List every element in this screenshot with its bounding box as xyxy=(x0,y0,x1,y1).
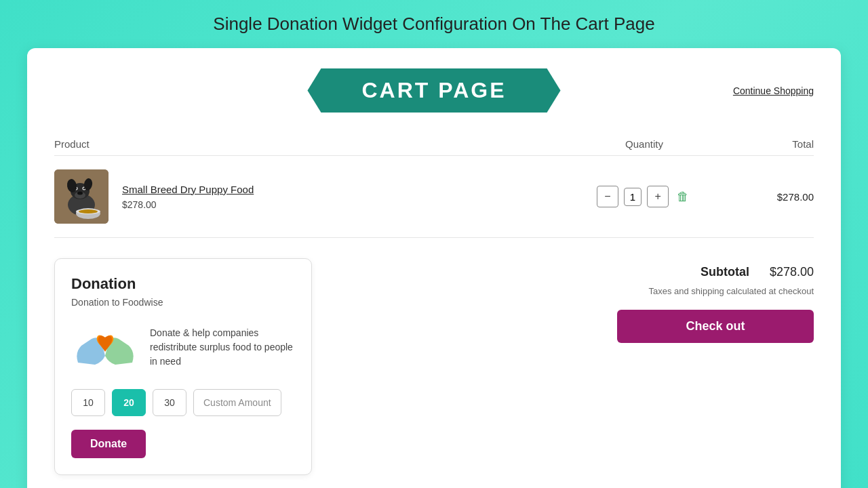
svg-point-13 xyxy=(79,209,98,214)
page-title: Single Donation Widget Configuration On … xyxy=(213,14,654,35)
col-quantity-header: Quantity xyxy=(576,138,712,150)
donation-content: Donate & help companies redistribute sur… xyxy=(71,319,295,375)
subtotal-label: Subtotal xyxy=(701,265,749,279)
table-headers: Product Quantity Total xyxy=(54,133,814,156)
donation-icon xyxy=(71,319,139,375)
continue-shopping-button[interactable]: Continue Shopping xyxy=(733,85,814,96)
product-details: Small Breed Dry Puppy Food $278.00 xyxy=(122,184,254,210)
quantity-decrease-button[interactable]: − xyxy=(597,186,618,207)
checkout-button[interactable]: Check out xyxy=(617,310,814,343)
product-row: Small Breed Dry Puppy Food $278.00 − 1 +… xyxy=(54,156,814,238)
amount-30-button[interactable]: 30 xyxy=(153,389,186,416)
amount-20-button[interactable]: 20 xyxy=(112,389,146,416)
cart-banner: CART PAGE xyxy=(307,68,560,113)
amount-10-button[interactable]: 10 xyxy=(71,389,105,416)
donate-button[interactable]: Donate xyxy=(71,430,146,458)
subtotal-section: Subtotal $278.00 Taxes and shipping calc… xyxy=(339,258,814,475)
quantity-value: 1 xyxy=(624,188,642,206)
product-info: Small Breed Dry Puppy Food $278.00 xyxy=(54,169,576,224)
quantity-control: − 1 + 🗑 xyxy=(576,186,712,207)
quantity-increase-button[interactable]: + xyxy=(647,186,669,207)
delete-product-button[interactable]: 🗑 xyxy=(674,187,692,207)
subtotal-row: Subtotal $278.00 xyxy=(339,265,814,279)
svg-point-4 xyxy=(77,192,83,195)
donation-widget: Donation Donation to Foodwise Donate & xyxy=(54,258,312,475)
tax-note: Taxes and shipping calculated at checkou… xyxy=(648,286,814,296)
col-total-header: Total xyxy=(712,138,814,150)
col-product-header: Product xyxy=(54,138,576,150)
donation-subtitle: Donation to Foodwise xyxy=(71,297,295,308)
donation-title: Donation xyxy=(71,275,295,293)
custom-amount-button[interactable]: Custom Amount xyxy=(193,389,281,416)
product-price: $278.00 xyxy=(122,199,254,210)
subtotal-value: $278.00 xyxy=(770,265,814,279)
main-container: CART PAGE Continue Shopping Product Quan… xyxy=(27,48,841,488)
bottom-section: Donation Donation to Foodwise Donate & xyxy=(54,258,814,475)
product-name[interactable]: Small Breed Dry Puppy Food xyxy=(122,184,254,195)
donation-amounts: 10 20 30 Custom Amount xyxy=(71,389,295,416)
product-total: $278.00 xyxy=(712,191,814,203)
donation-description: Donate & help companies redistribute sur… xyxy=(150,326,295,369)
product-image xyxy=(54,169,108,224)
cart-header: CART PAGE Continue Shopping xyxy=(54,68,814,113)
